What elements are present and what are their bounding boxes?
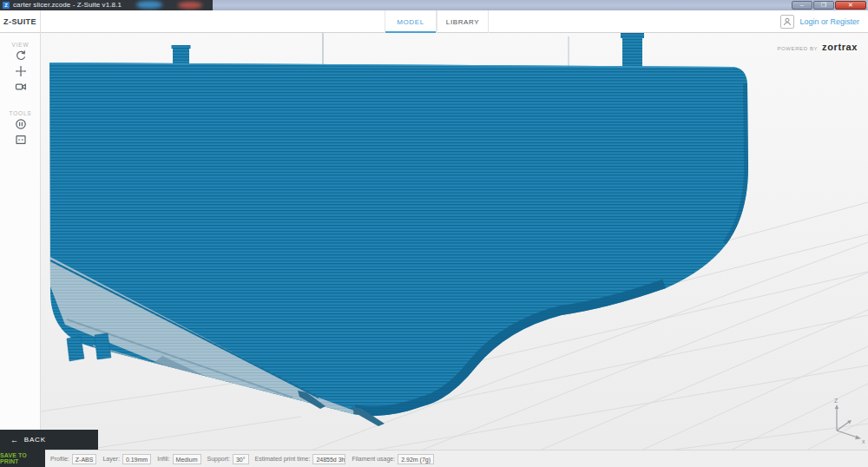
support-label: Support:: [207, 456, 230, 462]
tool-sidebar: VIEW TOOLS: [0, 33, 41, 431]
model-boss-left: [172, 45, 191, 66]
tab-model[interactable]: MODEL: [385, 10, 437, 33]
profile-value: Z-ABS: [72, 454, 97, 464]
maximize-button[interactable]: ❐: [813, 1, 834, 10]
infill-label: Infill:: [157, 456, 169, 462]
profile-field: Profile: Z-ABS: [50, 454, 96, 464]
zortrax-logo: zortrax: [822, 42, 858, 52]
sidebar-section-view-label: VIEW: [12, 42, 30, 48]
move-icon[interactable]: [0, 63, 41, 79]
print-settings-summary: Profile: Z-ABS Layer: 0.19mm Infill: Med…: [45, 450, 868, 467]
close-button[interactable]: ✕: [835, 1, 866, 10]
camera-icon[interactable]: [0, 79, 41, 95]
axis-x-label: x: [862, 438, 865, 444]
z-suite-window: Z carter slicer.zcode - Z-Suite v1.8.1 –…: [0, 0, 868, 467]
save-to-print-button[interactable]: SAVE TO PRINT: [0, 450, 45, 467]
back-arrow-icon: ←: [10, 436, 19, 444]
support-value: 30°: [233, 454, 249, 464]
sliced-model[interactable]: [49, 33, 748, 426]
scene-canvas: Z x: [41, 33, 868, 467]
desktop-icon-blur-red: [178, 2, 202, 9]
login-or-register-link[interactable]: Login or Register: [799, 17, 859, 26]
filament-usage-value: 2.92m (7g): [398, 454, 434, 464]
app-icon: Z: [3, 2, 10, 9]
desktop-icon-blur-blue: [136, 1, 162, 9]
axis-gizmo: Z x: [834, 398, 865, 444]
axis-z-label: Z: [834, 398, 838, 404]
infill-field: Infill: Medium: [157, 454, 201, 464]
main-tabs: MODEL LIBRARY: [385, 10, 489, 33]
infill-value: Medium: [173, 454, 201, 464]
z-suite-logo: Z-SUITE: [3, 17, 36, 26]
user-icon: [780, 15, 794, 29]
layer-label: Layer:: [102, 456, 119, 462]
layer-field: Layer: 0.19mm: [102, 454, 151, 464]
dimensions-icon[interactable]: [0, 132, 41, 148]
login-area[interactable]: Login or Register: [780, 10, 859, 33]
back-button-label: BACK: [24, 436, 46, 444]
window-title: carter slicer.zcode - Z-Suite v1.8.1: [13, 0, 122, 10]
tab-library[interactable]: LIBRARY: [437, 10, 489, 33]
logo-box: Z-SUITE: [0, 10, 41, 33]
pause-icon[interactable]: [0, 116, 41, 132]
filament-usage-label: Filament usage:: [352, 456, 395, 462]
filament-usage-field: Filament usage: 2.92m (7g): [352, 454, 434, 464]
print-time-field: Estimated print time: 24855d 3h 1: [255, 454, 346, 464]
model-boss-right: [621, 33, 644, 71]
rotate-icon[interactable]: [0, 48, 41, 63]
window-titlebar[interactable]: Z carter slicer.zcode - Z-Suite v1.8.1 –…: [0, 0, 868, 10]
powered-by-label: POWERED BY: [777, 46, 818, 51]
3d-viewport[interactable]: Z x POWERED BY zortrax: [41, 33, 868, 467]
print-time-label: Estimated print time:: [255, 456, 311, 462]
print-summary-bar: SAVE TO PRINT Profile: Z-ABS Layer: 0.19…: [0, 450, 868, 467]
minimize-button[interactable]: –: [792, 1, 812, 10]
sidebar-section-tools-label: TOOLS: [10, 110, 32, 116]
app-header: Z-SUITE MODEL LIBRARY Login or Register: [0, 10, 868, 33]
powered-by-branding: POWERED BY zortrax: [777, 42, 858, 52]
print-time-value: 24855d 3h 1: [312, 454, 345, 464]
layer-value: 0.19mm: [122, 454, 151, 464]
support-field: Support: 30°: [207, 454, 249, 464]
back-button[interactable]: ← BACK: [0, 430, 98, 450]
profile-label: Profile:: [50, 456, 69, 462]
